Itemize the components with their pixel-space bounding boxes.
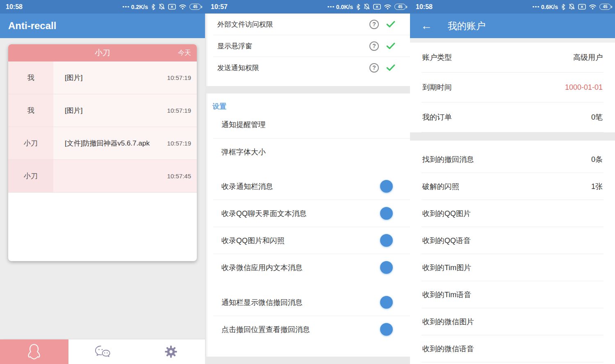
wifi-icon (179, 4, 187, 10)
section-separator (205, 86, 410, 93)
stat-row-tim-voice[interactable]: 收到的Tim语音 (410, 281, 615, 308)
stat-row-qq-images[interactable]: 收到的QQ图片 (410, 200, 615, 227)
chat-message: [文件]防撤回神器v5.6.7.apk (65, 139, 167, 148)
toggle-switch-on[interactable] (374, 236, 392, 245)
toggle-switch-on[interactable] (374, 298, 392, 307)
toggle-row[interactable]: 收录通知栏消息 (205, 173, 410, 200)
bluetooth-icon (356, 4, 360, 10)
row-label: 破解的闪照 (422, 182, 459, 191)
permission-row[interactable]: 发送通知权限 ? (205, 57, 410, 78)
network-speed: 0.2K/s (131, 4, 148, 10)
tab-settings[interactable] (137, 339, 205, 364)
wifi-icon (589, 4, 597, 10)
account-row-orders[interactable]: 我的订单 0笔 (410, 102, 615, 132)
chat-time: 10:57:19 (167, 107, 191, 114)
conversation-card-header: 小刀 今天 (8, 44, 197, 61)
toggle-label: 收录微信应用内文本消息 (221, 263, 374, 273)
page-title: 我的账户 (448, 20, 485, 32)
toggle-switch-on[interactable] (374, 263, 392, 272)
clock: 10:58 (416, 3, 433, 11)
mute-bell-icon (363, 3, 370, 10)
toggle-row[interactable]: 通知栏显示微信撤回消息 (205, 289, 410, 316)
stat-row: 找到的撤回消息 0条 (410, 146, 615, 173)
row-label: 到期时间 (422, 82, 452, 92)
permission-row[interactable]: 显示悬浮窗 ? (205, 35, 410, 57)
qq-icon (26, 343, 42, 361)
toggle-label: 收录通知栏消息 (221, 182, 374, 191)
toggle-row[interactable]: 收录QQ聊天界面文本消息 (205, 200, 410, 227)
battery-icon: 45 (189, 4, 201, 10)
status-bar: 10:58 0.2K/s 45 (0, 0, 205, 14)
clock: 10:58 (6, 3, 23, 11)
bluetooth-icon (151, 4, 155, 10)
contact-name: 小刀 (95, 48, 110, 58)
row-value: 0笔 (591, 112, 603, 122)
toggle-switch-on[interactable] (374, 209, 392, 218)
row-value: 高级用户 (573, 52, 603, 62)
permission-row[interactable]: 外部文件访问权限 ? (205, 14, 410, 35)
battery-icon: 45 (599, 4, 611, 10)
middle-screen: 10:57 0.0K/s 45 外部文件访问权限 ? 显示悬浮窗 ? 发送通知权… (205, 0, 410, 364)
chat-time: 10:57:45 (167, 173, 191, 180)
left-screen: 10:58 0.2K/s 45 Anti-recall 小刀 今天 我 [图片]… (0, 0, 205, 364)
chat-row[interactable]: 小刀 10:57:45 (8, 160, 197, 193)
toggle-row[interactable]: 收录微信应用内文本消息 (205, 254, 410, 281)
stat-row-wechat-voice[interactable]: 收到的微信语音 (410, 335, 615, 362)
check-icon (386, 42, 395, 50)
toggle-row[interactable]: 点击撤回位置查看撤回消息 (205, 316, 410, 343)
help-icon[interactable]: ? (369, 63, 379, 73)
help-icon[interactable]: ? (369, 41, 379, 51)
right-screen: 10:58 0.6K/s 45 ← 我的账户 账户类型 高级用户 到期时间 10… (410, 0, 615, 364)
wechat-icon (95, 345, 110, 359)
bottom-nav (0, 339, 205, 364)
stat-row: 破解的闪照 1张 (410, 173, 615, 200)
row-label: 找到的撤回消息 (422, 155, 474, 164)
status-bar: 10:58 0.6K/s 45 (410, 0, 615, 14)
row-label: 我的订单 (422, 112, 452, 122)
stat-row-qq-voice[interactable]: 收到的QQ语音 (410, 227, 615, 254)
toggle-row[interactable]: 收录QQ图片和闪照 (205, 227, 410, 254)
help-icon[interactable]: ? (369, 20, 379, 29)
toggle-switch-on[interactable] (374, 325, 392, 334)
chat-sender: 小刀 (8, 160, 53, 192)
chat-row[interactable]: 我 [图片] 10:57:19 (8, 94, 197, 127)
chat-row[interactable]: 小刀 [文件]防撤回神器v5.6.7.apk 10:57:19 (8, 127, 197, 160)
check-icon (386, 20, 395, 28)
signal-dots-icon (533, 6, 539, 8)
stat-row-tim-images[interactable]: 收到的Tim图片 (410, 254, 615, 281)
row-label: 收到的Tim图片 (422, 263, 471, 273)
chat-time: 10:57:19 (167, 140, 191, 147)
permission-label: 外部文件访问权限 (217, 20, 362, 29)
menu-item-popup-font-size[interactable]: 弹框字体大小 (205, 139, 410, 166)
row-label: 收到的QQ图片 (422, 209, 471, 218)
status-bar: 10:57 0.0K/s 45 (205, 0, 410, 14)
toggle-label: 收录QQ图片和闪照 (221, 236, 374, 246)
account-row: 账户类型 高级用户 (410, 43, 615, 72)
network-speed: 0.0K/s (336, 4, 353, 10)
check-icon (386, 64, 395, 71)
tab-wechat[interactable] (68, 339, 137, 364)
section-separator (410, 38, 615, 43)
date-label: 今天 (178, 49, 191, 57)
bluetooth-icon (561, 4, 565, 10)
toggle-switch-on[interactable] (374, 182, 392, 191)
app-title: Anti-recall (8, 20, 56, 32)
account-row: 到期时间 1000-01-01 (410, 73, 615, 102)
toggle-label: 收录QQ聊天界面文本消息 (221, 209, 374, 218)
back-button[interactable]: ← (421, 20, 432, 32)
row-label: 收到的微信图片 (422, 317, 474, 327)
chat-sender: 小刀 (8, 127, 53, 159)
row-value: 0条 (591, 155, 603, 164)
section-title: 设置 (212, 102, 410, 111)
divider (421, 362, 604, 362)
signal-dots-icon (328, 6, 334, 8)
row-label: 收到的微信语音 (422, 344, 474, 354)
section-separator (410, 132, 615, 141)
chat-sender: 我 (8, 94, 53, 127)
tab-qq[interactable] (0, 339, 68, 364)
sim-missing-icon (373, 4, 381, 10)
stat-row-wechat-images[interactable]: 收到的微信图片 (410, 308, 615, 335)
mute-bell-icon (158, 3, 165, 10)
menu-item-notification-manage[interactable]: 通知提醒管理 (205, 111, 410, 138)
chat-row[interactable]: 我 [图片] 10:57:19 (8, 61, 197, 94)
